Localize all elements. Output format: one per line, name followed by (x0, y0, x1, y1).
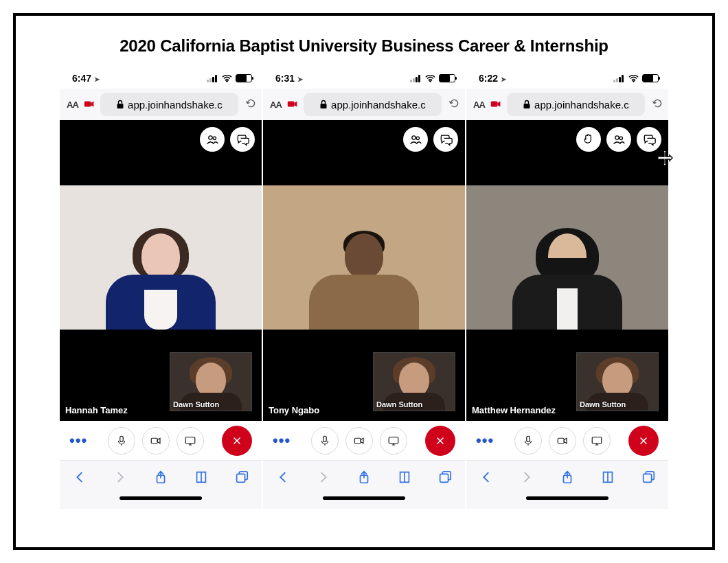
raise-hand-button[interactable] (576, 127, 601, 152)
pip-participant-name: Dawn Sutton (376, 400, 422, 409)
nav-share-button[interactable] (356, 469, 372, 485)
call-controls: ••• (60, 421, 262, 461)
refresh-button[interactable] (447, 97, 461, 111)
phone-screenshot-1: 6:47 ➤ AA app.joinhandshake.c (60, 68, 262, 509)
main-video-feed[interactable] (466, 185, 668, 330)
participants-button[interactable] (606, 127, 631, 152)
svg-rect-19 (440, 474, 448, 482)
safari-bottom-nav (466, 461, 668, 494)
nav-bookmarks-button[interactable] (396, 469, 413, 485)
svg-rect-5 (120, 436, 124, 441)
self-video-pip[interactable]: Dawn Sutton (576, 352, 659, 411)
nav-bookmarks-button[interactable] (193, 469, 209, 485)
video-call-area: Tony Ngabo Dawn Sutton (263, 120, 465, 421)
nav-tabs-button[interactable] (437, 469, 453, 485)
participants-button[interactable] (403, 127, 428, 152)
status-time: 6:47 ➤ (72, 73, 100, 84)
svg-point-14 (416, 137, 419, 139)
self-video-pip[interactable]: Dawn Sutton (170, 352, 252, 411)
phone-row: 6:47 ➤ AA app.joinhandshake.c (16, 68, 712, 509)
svg-rect-1 (84, 102, 91, 107)
nav-forward-button[interactable] (112, 469, 128, 485)
cell-signal-icon (613, 75, 625, 82)
text-size-button[interactable]: AA (67, 100, 78, 110)
url-field[interactable]: app.joinhandshake.c (304, 93, 442, 116)
nav-back-button[interactable] (275, 469, 291, 485)
more-options-button[interactable]: ••• (69, 432, 87, 450)
share-screen-button[interactable] (583, 427, 611, 455)
mute-mic-button[interactable] (311, 427, 339, 455)
status-bar: 6:22 ➤ (466, 68, 668, 89)
lock-icon (319, 100, 328, 109)
status-time: 6:31 ➤ (275, 73, 303, 84)
home-indicator[interactable] (263, 494, 465, 509)
phone-screenshot-2: 6:31 ➤ AA app.joinhandshake.c (263, 68, 465, 509)
end-call-button[interactable] (222, 426, 252, 456)
nav-forward-button[interactable] (519, 469, 535, 485)
main-participant-name: Matthew Hernandez (472, 405, 556, 415)
chat-button[interactable] (637, 127, 661, 152)
video-call-area: Matthew Hernandez Dawn Sutton (466, 120, 668, 421)
wifi-icon (628, 75, 639, 82)
svg-point-24 (619, 137, 622, 139)
camera-active-icon (490, 100, 501, 108)
url-field[interactable]: app.joinhandshake.c (100, 93, 238, 116)
text-size-button[interactable]: AA (270, 100, 282, 110)
nav-back-button[interactable] (478, 469, 494, 485)
chat-button[interactable] (433, 127, 458, 152)
svg-point-0 (226, 80, 227, 82)
nav-share-button[interactable] (152, 469, 169, 485)
nav-tabs-button[interactable] (640, 469, 657, 485)
url-text: app.joinhandshake.c (128, 99, 223, 111)
status-bar: 6:31 ➤ (263, 68, 465, 89)
main-video-feed[interactable] (263, 185, 465, 330)
svg-point-23 (615, 136, 619, 139)
svg-rect-9 (236, 474, 244, 482)
share-screen-button[interactable] (177, 427, 204, 455)
location-arrow-icon: ➤ (297, 76, 303, 83)
page-title: 2020 California Baptist University Busin… (16, 36, 712, 56)
safari-bottom-nav (60, 461, 262, 494)
nav-share-button[interactable] (559, 469, 576, 485)
lock-icon (116, 100, 124, 109)
svg-point-3 (209, 136, 212, 139)
safari-bottom-nav (263, 461, 465, 494)
svg-point-10 (429, 80, 431, 82)
pip-participant-name: Dawn Sutton (580, 400, 626, 409)
share-screen-button[interactable] (380, 427, 407, 455)
end-call-button[interactable] (628, 426, 659, 456)
pip-participant-name: Dawn Sutton (173, 400, 219, 409)
refresh-button[interactable] (244, 97, 258, 111)
main-participant-name: Hannah Tamez (65, 405, 128, 415)
chat-button[interactable] (230, 127, 255, 152)
nav-back-button[interactable] (71, 469, 88, 485)
browser-url-bar: AA app.joinhandshake.c (60, 89, 262, 120)
refresh-button[interactable] (650, 97, 664, 111)
more-options-button[interactable]: ••• (273, 432, 291, 450)
battery-icon (642, 74, 659, 82)
svg-rect-17 (389, 437, 398, 443)
home-indicator[interactable] (466, 494, 668, 509)
wifi-icon (425, 75, 435, 82)
nav-tabs-button[interactable] (234, 469, 250, 485)
status-time: 6:22 ➤ (479, 73, 506, 84)
lock-icon (523, 100, 531, 109)
wifi-icon (222, 75, 232, 82)
url-field[interactable]: app.joinhandshake.c (507, 93, 645, 116)
mute-mic-button[interactable] (514, 427, 542, 455)
nav-bookmarks-button[interactable] (600, 469, 616, 485)
toggle-camera-button[interactable] (549, 427, 576, 455)
mute-mic-button[interactable] (108, 427, 135, 455)
nav-forward-button[interactable] (315, 469, 332, 485)
browser-url-bar: AA app.joinhandshake.c (466, 89, 668, 120)
end-call-button[interactable] (425, 426, 455, 456)
toggle-camera-button[interactable] (345, 427, 373, 455)
participants-button[interactable] (200, 127, 225, 152)
main-video-feed[interactable] (60, 185, 262, 330)
text-size-button[interactable]: AA (473, 100, 485, 110)
toggle-camera-button[interactable] (142, 427, 170, 455)
location-arrow-icon: ➤ (94, 76, 100, 83)
self-video-pip[interactable]: Dawn Sutton (373, 352, 455, 411)
home-indicator[interactable] (60, 494, 262, 509)
more-options-button[interactable]: ••• (476, 432, 494, 450)
